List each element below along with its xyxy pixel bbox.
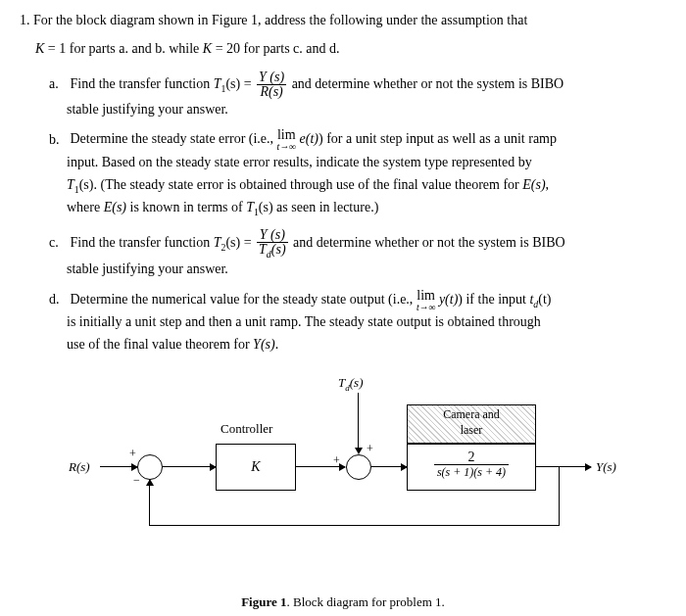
td-arrow: [358, 393, 359, 453]
plus-sign: +: [129, 447, 136, 461]
intro-line-2: K = 1 for parts a. and b. while K = 20 f…: [35, 38, 666, 59]
text: and determine whether or not the system …: [288, 76, 564, 91]
text: input. Based on the steady state error r…: [67, 155, 532, 169]
text: Find the transfer function: [71, 76, 214, 91]
arrow-to-plant: [371, 466, 407, 467]
plus-sign-2: +: [333, 453, 340, 468]
text: ,: [546, 177, 550, 192]
denominator: R(s): [257, 85, 286, 99]
text: .: [275, 337, 279, 352]
td-paren: (t): [538, 292, 551, 307]
text: Determine the numerical value for the st…: [71, 292, 416, 307]
var-t: T: [67, 177, 74, 192]
text: stable justifying your answer.: [67, 261, 228, 276]
y-of-t: y(t): [435, 292, 458, 307]
summing-junction-2: [346, 454, 371, 480]
text: use of the final value theorem for: [67, 337, 253, 352]
paren: (s) =: [225, 235, 255, 250]
plant-box: 2 s(s + 1)(s + 4): [407, 444, 536, 491]
camera-laser-label-box: Camera andlaser: [407, 404, 536, 444]
lim-text: lim: [416, 289, 436, 303]
text: = 1 for parts a. and b. while: [44, 41, 202, 56]
fb-down: [559, 466, 560, 525]
var-k: K: [35, 41, 44, 56]
td-label: Td(s): [338, 375, 364, 393]
text: is known in terms of: [126, 200, 246, 214]
summing-junction-1: [137, 454, 163, 480]
text: is initially a unit step and then a unit…: [67, 314, 541, 329]
numerator: Y (s): [257, 71, 286, 85]
minus-sign: −: [133, 473, 140, 488]
var-ys: Y(s): [253, 337, 275, 352]
r-label: R(s): [69, 459, 90, 475]
denominator: Td(s): [257, 243, 287, 260]
label-b: b.: [49, 129, 67, 151]
r-arrow: [100, 466, 137, 467]
plant-numerator: 2: [434, 450, 509, 465]
var-k: K: [203, 41, 212, 56]
fb-up: [149, 480, 150, 525]
lim-sub: t→∞: [277, 142, 297, 152]
fraction: Y (s)Td(s): [257, 228, 287, 260]
text: stable justifying your answer.: [67, 102, 228, 117]
text: (s) as seen in lecture.): [259, 200, 378, 214]
var-k: K: [251, 459, 260, 474]
numerator: Y (s): [257, 228, 287, 243]
e-of-t: e(t): [296, 132, 318, 147]
var-t: T: [246, 200, 254, 214]
label-a: a.: [49, 73, 67, 95]
text: ) for a unit step input as well as a uni…: [318, 132, 557, 147]
part-d: d. Determine the numerical value for the…: [49, 289, 666, 356]
lim-text: lim: [277, 128, 297, 142]
fb-horiz: [149, 525, 560, 526]
text: Find the transfer function: [71, 235, 214, 250]
text: Determine the steady state error (i.e.,: [71, 132, 277, 147]
text: (s). (The steady state error is obtained…: [79, 177, 523, 192]
part-a: a. Find the transfer function T1(s) = Y …: [49, 71, 666, 120]
fraction: Y (s)R(s): [257, 71, 286, 99]
intro-line-1: 1. For the block diagram shown in Figure…: [20, 10, 666, 30]
y-label: Y(s): [596, 459, 616, 475]
text: ) if the input: [458, 292, 529, 307]
text: where: [67, 200, 104, 214]
label-d: d.: [49, 289, 67, 310]
var-es: E(s): [522, 177, 545, 192]
arrow-to-y: [536, 466, 591, 467]
plus-sign-3: +: [367, 442, 373, 456]
lim-sub: t→∞: [416, 303, 436, 312]
part-c: c. Find the transfer function T2(s) = Y …: [49, 228, 666, 281]
var-es: E(s): [104, 200, 126, 214]
text: and determine whether or not the system …: [290, 235, 565, 250]
label-c: c.: [49, 232, 67, 254]
arrow-to-controller: [163, 466, 216, 467]
block-diagram: Td(s) R(s) + − Controller K + + Camera a…: [69, 375, 617, 571]
controller-label: Controller: [220, 421, 272, 437]
figure-caption: Figure 1. Block diagram for problem 1.: [20, 594, 666, 610]
text: = 20 for parts c. and d.: [212, 41, 339, 56]
paren: (s) =: [225, 76, 255, 91]
controller-box: K: [216, 444, 296, 491]
plant-denominator: s(s + 1)(s + 4): [434, 465, 509, 480]
part-b: b. Determine the steady state error (i.e…: [49, 128, 666, 219]
